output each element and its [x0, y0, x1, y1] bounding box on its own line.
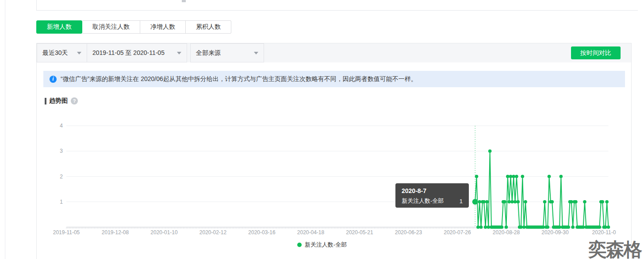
- svg-text:2019-11-05: 2019-11-05: [53, 229, 80, 236]
- svg-text:1: 1: [60, 199, 63, 205]
- svg-text:2020-01-10: 2020-01-10: [150, 229, 178, 236]
- watermark-text: 奕森格: [588, 237, 641, 259]
- tooltip-series-name: 新关注人数-全部: [402, 197, 444, 205]
- legend-series-dot: [297, 243, 302, 247]
- tooltip-value: 1: [460, 198, 463, 205]
- svg-text:2020-11-0: 2020-11-0: [592, 229, 616, 236]
- analytics-page: 新增人数 取消关注人数 净增人数 累积人数 最近30天 2019-11-05 至…: [0, 0, 644, 259]
- svg-text:2020-02-12: 2020-02-12: [199, 229, 227, 236]
- tooltip-date: 2020-8-7: [402, 187, 463, 194]
- chart-tooltip: 2020-8-7 新关注人数-全部 1: [395, 183, 469, 208]
- trend-chart[interactable]: 12342019-11-052019-12-082020-01-102020-0…: [0, 0, 644, 259]
- svg-text:2020-07-26: 2020-07-26: [444, 229, 471, 236]
- svg-text:2020-05-21: 2020-05-21: [346, 229, 373, 236]
- svg-text:2: 2: [60, 174, 63, 180]
- svg-text:2019-12-08: 2019-12-08: [102, 229, 129, 236]
- legend-series-label: 新关注人数-全部: [305, 241, 347, 249]
- svg-text:3: 3: [60, 148, 63, 154]
- chart-legend[interactable]: 新关注人数-全部: [0, 241, 644, 249]
- svg-text:2020-03-16: 2020-03-16: [248, 229, 276, 236]
- svg-text:4: 4: [60, 123, 63, 129]
- svg-text:2020-09-30: 2020-09-30: [541, 229, 569, 236]
- svg-text:2020-06-23: 2020-06-23: [395, 229, 422, 236]
- svg-text:2020-08-28: 2020-08-28: [493, 229, 520, 236]
- svg-text:2020-04-18: 2020-04-18: [297, 229, 325, 236]
